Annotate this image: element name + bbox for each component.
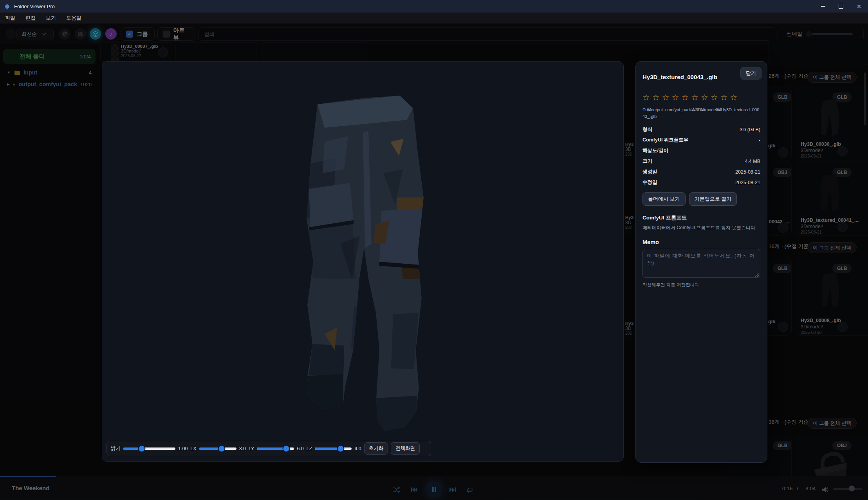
close-window-button[interactable]: × — [850, 0, 868, 13]
field-row: 해상도/길이- — [642, 145, 760, 156]
comfyui-prompt-empty-text: 메타데이터에서 ComfyUI 프롬프트를 찾지 못했습니다. — [642, 225, 760, 231]
field-value: 3D (GLB) — [740, 127, 760, 132]
lx-label: LX — [190, 446, 196, 451]
field-value: 4.4 MB — [745, 159, 760, 164]
maximize-icon — [839, 4, 843, 9]
star-icon[interactable]: ☆ — [671, 93, 681, 102]
star-icon[interactable]: ☆ — [711, 93, 720, 102]
menu-view[interactable]: 보기 — [41, 13, 61, 24]
star-icon[interactable]: ☆ — [691, 93, 701, 102]
field-row: 크기4.4 MB — [642, 156, 760, 167]
field-label: 크기 — [642, 158, 652, 165]
lx-slider[interactable] — [199, 447, 236, 450]
field-label: 수정일 — [642, 179, 657, 186]
minimize-button[interactable] — [814, 0, 832, 13]
star-icon[interactable]: ☆ — [662, 93, 672, 102]
detail-panel: 닫기 Hy3D_textured_00043_.glb ☆☆☆☆☆☆☆☆☆☆ D… — [635, 61, 767, 463]
menu-file[interactable]: 파일 — [0, 13, 20, 24]
field-value: 2025-08-21 — [735, 169, 760, 175]
star-icon[interactable]: ☆ — [730, 93, 740, 102]
field-row: 생성일2025-08-21 — [642, 167, 760, 177]
menubar: 파일 편집 보기 도움말 — [0, 13, 868, 24]
lz-label: LZ — [307, 446, 312, 451]
3d-viewer[interactable]: 밝기 1.00 LX 3.0 LY 6.0 LZ 4.0 초기화 전체화면 — [102, 61, 624, 462]
brightness-value: 1.00 — [178, 446, 188, 451]
field-value: 2025-08-21 — [735, 180, 760, 185]
star-icon[interactable]: ☆ — [720, 93, 730, 102]
star-icon[interactable]: ☆ — [701, 93, 711, 102]
star-icon[interactable]: ☆ — [642, 93, 652, 102]
app-window: 최신순 ♪ ✓ 그룹 — [0, 0, 868, 500]
app-logo-icon — [4, 3, 11, 10]
star-icon[interactable]: ☆ — [652, 93, 662, 102]
star-rating: ☆☆☆☆☆☆☆☆☆☆ — [642, 93, 760, 102]
star-icon[interactable]: ☆ — [681, 93, 691, 102]
ly-value: 6.0 — [297, 446, 303, 451]
memo-textarea[interactable] — [642, 249, 760, 278]
ly-slider[interactable] — [257, 447, 294, 450]
app-title: Folder Viewer Pro — [14, 4, 55, 9]
file-path: D:₩output_comfyui_pack₩3D₩model₩Hy3D_tex… — [642, 107, 760, 120]
lz-slider[interactable] — [315, 447, 352, 450]
close-button[interactable]: 닫기 — [740, 67, 762, 80]
field-row: 형식3D (GLB) — [642, 124, 760, 135]
fullscreen-button[interactable]: 전체화면 — [391, 442, 420, 455]
field-value: - — [759, 138, 760, 143]
field-value: - — [759, 148, 760, 154]
file-title: Hy3D_textured_00043_.glb — [642, 74, 738, 80]
field-row: 수정일2025-08-21 — [642, 177, 760, 188]
viewer-controls: 밝기 1.00 LX 3.0 LY 6.0 LZ 4.0 초기화 전체화면 — [106, 441, 431, 456]
minimize-icon — [821, 6, 825, 7]
open-in-folder-button[interactable]: 폴더에서 보기 — [642, 192, 686, 206]
field-label: 형식 — [642, 126, 652, 133]
menu-help[interactable]: 도움말 — [61, 13, 87, 24]
field-row: ComfyUI 워크플로우- — [642, 135, 760, 145]
field-label: 생성일 — [642, 168, 657, 175]
memo-title: Memo — [642, 239, 760, 245]
titlebar[interactable]: Folder Viewer Pro × — [0, 0, 868, 13]
maximize-button[interactable] — [832, 0, 850, 13]
lx-value: 3.0 — [239, 446, 246, 451]
ly-label: LY — [249, 446, 254, 451]
menu-edit[interactable]: 편집 — [20, 13, 41, 24]
brightness-label: 밝기 — [111, 445, 121, 452]
lz-value: 4.0 — [354, 446, 361, 451]
pants-3d-model[interactable] — [301, 95, 428, 432]
open-with-default-app-button[interactable]: 기본앱으로 열기 — [689, 192, 737, 206]
comfyui-prompt-title: ComfyUI 프롬프트 — [642, 214, 760, 221]
reset-button[interactable]: 초기화 — [364, 442, 388, 455]
field-label: ComfyUI 워크플로우 — [642, 137, 688, 143]
field-label: 해상도/길이 — [642, 147, 668, 154]
memo-hint: 작성해두면 자동 저장됩니다 — [642, 282, 760, 288]
brightness-slider[interactable] — [123, 447, 175, 450]
